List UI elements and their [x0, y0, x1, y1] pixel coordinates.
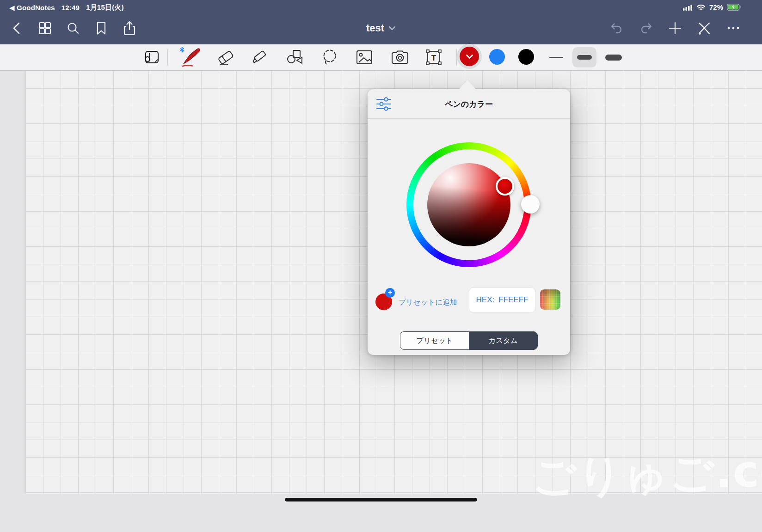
eraser-tool-icon[interactable] [215, 44, 236, 70]
document-title-dropdown[interactable]: test [366, 14, 396, 43]
preset-custom-segmented-control: プリセット カスタム [400, 331, 538, 350]
text-tool-icon[interactable]: T [424, 44, 444, 70]
cellular-signal-icon [683, 4, 693, 11]
share-button[interactable] [122, 21, 137, 36]
tab-preset[interactable]: プリセット [400, 332, 469, 349]
tab-custom[interactable]: カスタム [469, 332, 537, 349]
chevron-down-icon [388, 26, 396, 31]
stroke-width-thick[interactable] [603, 44, 624, 70]
bookmark-button[interactable] [94, 21, 109, 36]
pen-toolbar: T [0, 44, 762, 71]
document-title: test [366, 22, 384, 34]
status-bar: ◀ GoodNotes 12:49 1月15日(火) 72% [0, 0, 762, 14]
wifi-icon [696, 4, 706, 11]
status-time: 12:49 [61, 4, 80, 12]
saturation-brightness-sphere[interactable] [427, 163, 510, 246]
back-button[interactable] [9, 21, 24, 36]
home-indicator-bar[interactable] [285, 498, 477, 501]
goodnotes-screen: ごりゅご.com ◀ GoodNotes 12:49 1月15日(火) [0, 0, 762, 532]
more-options-button[interactable] [726, 21, 741, 36]
pen-color-black[interactable] [518, 49, 534, 65]
pen-color-popup: ペンのカラー + プリセットに追加 HEX: FFEEFF プリセット カスタム [368, 89, 570, 355]
undo-button[interactable] [609, 21, 624, 36]
battery-charging-icon [727, 4, 741, 11]
highlighter-tool-icon[interactable] [250, 44, 270, 70]
color-wheel[interactable] [406, 142, 531, 267]
hue-selector-knob[interactable] [521, 195, 540, 214]
toolbar-separator [167, 49, 168, 66]
popup-header: ペンのカラー [368, 89, 570, 119]
text-tool-glyph: T [431, 54, 436, 62]
status-date: 1月15日(火) [86, 3, 124, 12]
stroke-width-thin[interactable] [546, 44, 566, 70]
insert-image-tool-icon[interactable] [354, 44, 375, 70]
pen-tool-selected[interactable] [177, 44, 203, 70]
editing-tools-toggle-icon[interactable] [697, 21, 712, 36]
lasso-tool-icon[interactable] [319, 44, 339, 70]
color-selector-knob[interactable] [496, 177, 514, 196]
battery-percent-label: 72% [709, 3, 723, 11]
page-view-mode-icon[interactable] [141, 44, 162, 70]
spectrum-swatch-button[interactable] [540, 289, 560, 310]
search-button[interactable] [66, 21, 80, 36]
popup-arrow [459, 80, 476, 90]
pen-color-red-selected[interactable] [457, 44, 482, 69]
camera-tool-icon[interactable] [390, 44, 410, 70]
chevron-down-icon [466, 54, 473, 59]
add-to-preset-button[interactable]: プリセットに追加 [399, 297, 457, 307]
hex-label: HEX: [476, 295, 495, 305]
stroke-width-medium-selected[interactable] [572, 47, 596, 67]
hex-value: FFEEFF [498, 295, 528, 305]
redo-button[interactable] [639, 21, 653, 36]
shapes-tool-icon[interactable] [285, 44, 305, 70]
top-header: ◀ GoodNotes 12:49 1月15日(火) 72% [0, 0, 762, 44]
add-preset-plus-badge[interactable]: + [385, 288, 395, 298]
back-to-app-label[interactable]: ◀ GoodNotes [9, 4, 55, 12]
popup-title: ペンのカラー [368, 89, 570, 119]
hex-input-field[interactable]: HEX: FFEEFF [469, 287, 535, 312]
navigation-bar: test [0, 14, 762, 44]
add-page-button[interactable] [668, 21, 682, 36]
pen-color-blue[interactable] [489, 49, 505, 65]
thumbnails-grid-button[interactable] [37, 21, 52, 36]
